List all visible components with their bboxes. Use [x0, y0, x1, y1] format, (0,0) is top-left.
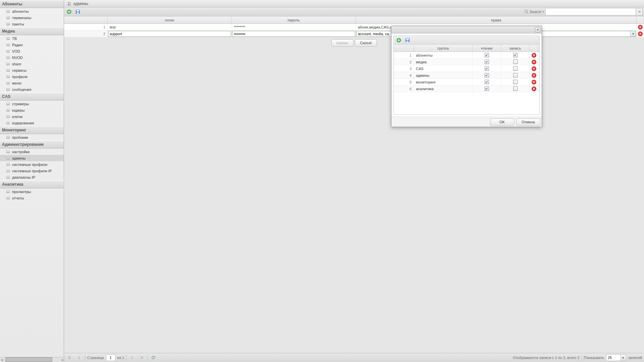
rights-cell-group[interactable]: мониторинг — [414, 79, 473, 85]
cell-password[interactable] — [232, 31, 356, 37]
sidebar-item-coder[interactable]: кодеры — [0, 107, 64, 113]
rights-row-delete-button[interactable]: ✕ — [532, 53, 536, 58]
page-first-button[interactable] — [66, 354, 73, 361]
popup-header[interactable]: ✕ — [391, 26, 542, 34]
rights-cell-group[interactable]: CAS — [414, 65, 473, 72]
password-input[interactable] — [232, 31, 355, 37]
sidebar-item-nvod[interactable]: NVOD — [0, 54, 64, 61]
write-checkbox[interactable]: ✔ — [513, 53, 518, 57]
sidebar-item-settings[interactable]: настройки — [0, 148, 64, 155]
cell-login[interactable] — [108, 31, 232, 37]
search-trigger[interactable]: Search ▼ — [524, 9, 545, 14]
sidebar-item-terminal[interactable]: терминалы — [0, 14, 64, 21]
sidebar-item-user[interactable]: абоненты — [0, 8, 64, 14]
sidebar-item-profile[interactable]: профили — [0, 73, 64, 80]
rights-row[interactable]: 3CAS✔✕ — [394, 65, 539, 72]
sidebar-item-admin[interactable]: админы — [0, 155, 64, 161]
sidebar-item-iprange[interactable]: диапазоны IP — [0, 174, 64, 180]
popup-add-button[interactable] — [395, 37, 402, 44]
rights-row-delete-button[interactable]: ✕ — [532, 60, 536, 64]
popup-close-button[interactable]: ✕ — [535, 27, 540, 33]
cancel-edit-button[interactable]: Cancel — [355, 39, 377, 47]
write-checkbox[interactable] — [513, 66, 518, 71]
rights-cell-group[interactable]: медиа — [414, 59, 473, 65]
rights-row-delete-button[interactable]: ✕ — [532, 86, 536, 91]
sidebar-item-vod[interactable]: VOD — [0, 48, 64, 54]
rights-row[interactable]: 4админы✔✕ — [394, 72, 539, 79]
chevron-down-icon[interactable]: ▾ — [630, 31, 636, 37]
sidebar-section-header[interactable]: Аналитика — [0, 180, 64, 188]
sidebar-item-views[interactable]: просмотры — [0, 188, 64, 195]
page-size-select[interactable]: ▾ — [606, 354, 626, 361]
sidebar-section-header[interactable]: Медиа — [0, 27, 64, 35]
sidebar-item-reports[interactable]: отчеты — [0, 195, 64, 201]
pcol-read[interactable]: чтение — [473, 45, 501, 52]
col-rights[interactable]: права — [356, 16, 637, 23]
rights-row[interactable]: 1абоненты✔✔✕ — [394, 52, 539, 59]
read-checkbox[interactable]: ✔ — [485, 66, 489, 71]
popup-save-button[interactable] — [404, 37, 411, 44]
sidebar-item-radio[interactable]: Радио — [0, 42, 64, 48]
pcol-group[interactable]: группа — [414, 45, 473, 52]
sidebar-item-package[interactable]: пакеты — [0, 21, 64, 27]
table-row[interactable]: 2▾✕ — [64, 31, 644, 37]
rights-cell-group[interactable]: аналитика — [414, 85, 473, 92]
popup-ok-button[interactable]: OK — [490, 118, 514, 126]
cell-password[interactable]: ******** — [232, 24, 356, 30]
sidebar-hscroll-thumb[interactable] — [5, 357, 52, 362]
page-input[interactable] — [106, 354, 115, 361]
rights-cell-group[interactable]: админы — [414, 72, 473, 78]
save-button[interactable] — [74, 8, 82, 15]
popup-cancel-button[interactable]: Отмена — [516, 118, 540, 126]
page-last-button[interactable] — [138, 354, 145, 361]
read-checkbox[interactable]: ✔ — [485, 80, 489, 84]
rights-row[interactable]: 2медиа✔✕ — [394, 59, 539, 65]
rights-row-delete-button[interactable]: ✕ — [532, 80, 536, 84]
rights-row-delete-button[interactable]: ✕ — [532, 66, 536, 71]
col-number[interactable] — [64, 16, 108, 23]
chevron-down-icon[interactable]: ▾ — [621, 355, 626, 361]
sidebar-item-probe[interactable]: пробники — [0, 134, 64, 140]
col-password[interactable]: пароль — [232, 16, 356, 23]
sidebar-section-header[interactable]: Абоненты — [0, 0, 64, 8]
sidebar-section-header[interactable]: Администрирование — [0, 140, 64, 148]
row-delete-button[interactable]: ✕ — [638, 32, 643, 36]
sidebar-item-sysprof[interactable]: системные профили — [0, 161, 64, 168]
sidebar-item-share[interactable]: share — [0, 61, 64, 67]
rights-row[interactable]: 6аналитика✔✕ — [394, 85, 539, 92]
rights-row[interactable]: 5мониторинг✔✕ — [394, 79, 539, 85]
refresh-button[interactable] — [150, 354, 157, 361]
write-checkbox[interactable] — [513, 60, 518, 64]
sidebar-item-stream[interactable]: стримеры — [0, 101, 64, 107]
sidebar-item-encode[interactable]: кодирование — [0, 120, 64, 126]
search-clear-button[interactable]: ✕ — [637, 8, 643, 15]
write-checkbox[interactable] — [513, 86, 518, 91]
sidebar-section-header[interactable]: CAS — [0, 93, 64, 101]
page-next-button[interactable] — [128, 354, 136, 361]
pcol-write[interactable]: запись — [501, 45, 530, 52]
page-prev-button[interactable] — [75, 354, 83, 361]
sidebar-section-header[interactable]: Мониторинг — [0, 126, 64, 134]
write-checkbox[interactable] — [513, 73, 518, 77]
sidebar-hscrollbar[interactable]: ◂ ▸ — [0, 357, 64, 362]
read-checkbox[interactable]: ✔ — [485, 73, 489, 77]
read-checkbox[interactable]: ✔ — [485, 60, 489, 64]
search-input[interactable] — [545, 8, 636, 15]
sidebar-item-msg[interactable]: сообщения — [0, 86, 64, 93]
sidebar-item-services[interactable]: сервисы — [0, 67, 64, 73]
read-checkbox[interactable]: ✔ — [485, 86, 489, 91]
sidebar-item-tv[interactable]: ТВ — [0, 35, 64, 42]
rights-cell-group[interactable]: абоненты — [414, 52, 473, 58]
pcol-num[interactable] — [394, 45, 414, 52]
update-button[interactable]: Update — [331, 39, 354, 47]
col-login[interactable]: логин — [108, 16, 232, 23]
rights-row-delete-button[interactable]: ✕ — [532, 73, 536, 78]
read-checkbox[interactable]: ✔ — [485, 53, 489, 57]
sidebar-item-sysprofip[interactable]: системные профили IP — [0, 168, 64, 174]
add-button[interactable] — [65, 8, 73, 15]
sidebar-item-key[interactable]: ключи — [0, 113, 64, 120]
write-checkbox[interactable] — [513, 80, 518, 84]
row-delete-button[interactable]: ✕ — [638, 25, 643, 29]
cell-login[interactable]: test — [108, 24, 232, 30]
login-input[interactable] — [108, 31, 231, 37]
